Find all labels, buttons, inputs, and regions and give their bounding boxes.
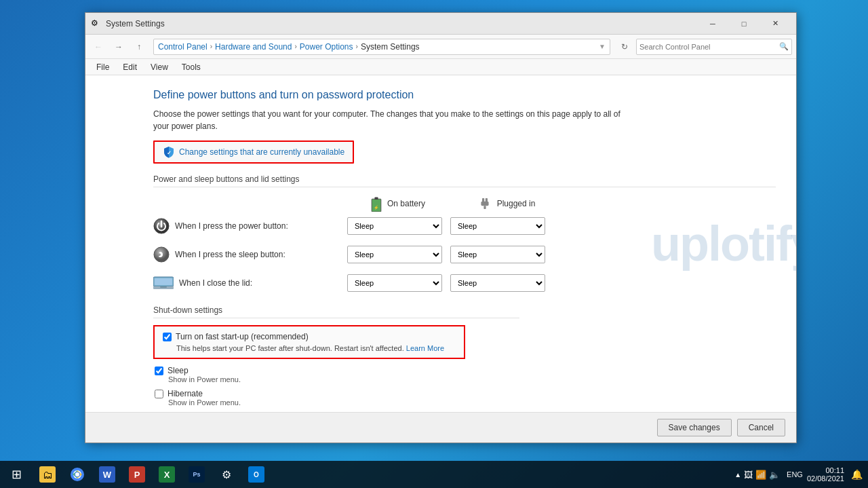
window-icon: ⚙	[91, 18, 102, 29]
speaker-icon[interactable]: 🔈	[769, 470, 780, 480]
sleep-sub: Show in Power menu.	[168, 375, 776, 383]
sleep-checkbox-row: Sleep	[155, 366, 776, 375]
menu-edit[interactable]: Edit	[117, 61, 142, 73]
photoshop-icon: Ps	[189, 466, 205, 483]
system-settings-window: ⚙ System Settings ─ □ ✕ ← → ↑ Control Pa…	[85, 12, 797, 443]
window-title: System Settings	[106, 19, 697, 29]
powerpoint-icon: P	[129, 466, 145, 483]
sleep-button-icon	[153, 246, 170, 263]
breadcrumb-sep-1: ›	[210, 43, 212, 50]
taskbar-apps: 🗂 W P	[33, 461, 732, 488]
sleep-option-group: Sleep Show in Power menu.	[155, 366, 776, 383]
close-button[interactable]: ✕	[760, 13, 791, 35]
language-indicator[interactable]: ENG	[787, 470, 803, 478]
save-button[interactable]: Save changes	[657, 419, 732, 436]
taskbar-app-settings[interactable]: ⚙	[212, 461, 241, 488]
hibernate-sub: Show in Power menu.	[168, 398, 776, 407]
start-button[interactable]: ⊞	[0, 461, 33, 488]
lid-label-cell: When I close the lid:	[153, 276, 343, 290]
svg-text:✓: ✓	[167, 150, 172, 156]
lid-plugged-dropdown[interactable]: SleepDo nothingHibernateShut downTurn of…	[450, 274, 545, 292]
fast-startup-desc: This helps start your PC faster after sh…	[176, 344, 456, 352]
menu-tools[interactable]: Tools	[176, 61, 206, 73]
sleep-option-label[interactable]: Sleep	[167, 366, 189, 375]
breadcrumb-hardware-sound[interactable]: Hardware and Sound	[215, 42, 292, 52]
window-controls: ─ □ ✕	[697, 13, 791, 35]
fast-startup-label[interactable]: Turn on fast start-up (recommended)	[176, 332, 309, 341]
up-button[interactable]: ↑	[130, 38, 148, 56]
taskbar-clock[interactable]: 00:11 02/08/2021	[807, 466, 844, 483]
maximize-button[interactable]: □	[728, 13, 760, 35]
back-button[interactable]: ←	[90, 38, 107, 56]
breadcrumb-power-options[interactable]: Power Options	[300, 42, 353, 52]
address-bar: ← → ↑ Control Panel › Hardware and Sound…	[85, 35, 796, 59]
taskbar-app-chrome[interactable]	[62, 461, 92, 488]
sleep-checkbox[interactable]	[155, 367, 163, 375]
lid-icon	[153, 276, 174, 290]
notification-bell-icon[interactable]: 🔔	[851, 469, 863, 480]
taskbar-app-other[interactable]: O	[241, 461, 271, 488]
power-button-plugged-dropdown[interactable]: SleepDo nothingHibernateShut downTurn of…	[450, 217, 545, 235]
battery-icon: ⚡	[370, 195, 383, 212]
hibernate-option-group: Hibernate Show in Power menu.	[155, 389, 776, 407]
svg-rect-12	[155, 278, 172, 285]
clock-time: 00:11	[825, 466, 844, 474]
breadcrumb-dropdown-arrow[interactable]: ▼	[599, 43, 606, 50]
change-settings-box[interactable]: ✓ Change settings that are currently una…	[153, 140, 354, 164]
taskbar-app-file-explorer[interactable]: 🗂	[33, 461, 62, 488]
svg-rect-2	[374, 198, 378, 200]
lid-battery-dropdown[interactable]: SleepDo nothingHibernateShut downTurn of…	[347, 274, 442, 292]
breadcrumb-current: System Settings	[361, 42, 420, 52]
svg-rect-7	[481, 202, 488, 206]
notification-area: ▲ 🖼 📶 🔈	[732, 470, 783, 480]
shield-uac-icon: ✓	[163, 146, 175, 158]
hibernate-checkbox[interactable]	[155, 390, 163, 398]
shutdown-section: Shut-down settings Turn on fast start-up…	[153, 305, 776, 412]
taskbar-app-word[interactable]: W	[92, 461, 122, 488]
breadcrumb: Control Panel › Hardware and Sound › Pow…	[153, 39, 610, 55]
minimize-button[interactable]: ─	[697, 13, 728, 35]
fast-startup-row: Turn on fast start-up (recommended)	[163, 332, 456, 341]
windows-logo-icon: ⊞	[12, 467, 22, 482]
search-box: 🔍	[636, 39, 792, 55]
sleep-button-plugged-dropdown[interactable]: SleepDo nothingHibernateShut downTurn of…	[450, 246, 545, 263]
page-description: Choose the power settings that you want …	[153, 108, 628, 132]
menu-bar: File Edit View Tools	[85, 59, 796, 75]
breadcrumb-control-panel[interactable]: Control Panel	[158, 42, 208, 52]
display-tray-icon[interactable]: 🖼	[744, 470, 753, 480]
search-input[interactable]	[639, 43, 779, 51]
taskbar-app-photoshop[interactable]: Ps	[182, 461, 212, 488]
menu-file[interactable]: File	[91, 61, 115, 73]
plugged-in-header: Plugged in	[452, 195, 560, 212]
chrome-icon	[69, 466, 85, 483]
plug-icon	[477, 197, 493, 210]
hibernate-checkbox-row: Hibernate	[155, 389, 776, 398]
page-title: Define power buttons and turn on passwor…	[153, 89, 776, 101]
taskbar-app-powerpoint[interactable]: P	[122, 461, 152, 488]
file-explorer-icon: 🗂	[39, 466, 56, 483]
network-icon[interactable]: 📶	[755, 470, 766, 480]
search-icon[interactable]: 🔍	[779, 42, 789, 51]
hibernate-option-label[interactable]: Hibernate	[167, 389, 203, 398]
change-settings-link[interactable]: Change settings that are currently unava…	[179, 147, 344, 157]
other-app-icon: O	[248, 466, 264, 483]
fast-startup-checkbox[interactable]	[163, 333, 172, 341]
svg-rect-8	[484, 206, 486, 209]
chevron-up-icon[interactable]: ▲	[734, 471, 741, 478]
grid-headers: ⚡ On battery Plugged in	[153, 195, 587, 212]
settings-icon: ⚙	[218, 466, 235, 483]
refresh-button[interactable]: ↻	[616, 38, 633, 56]
power-button-icon	[153, 218, 170, 234]
menu-view[interactable]: View	[145, 61, 174, 73]
cancel-button[interactable]: Cancel	[737, 419, 785, 436]
power-button-battery-dropdown[interactable]: SleepDo nothingHibernateShut downTurn of…	[347, 217, 442, 235]
forward-button[interactable]: →	[110, 38, 127, 56]
learn-more-link[interactable]: Learn More	[406, 344, 444, 352]
fast-startup-box: Turn on fast start-up (recommended) This…	[153, 325, 465, 359]
excel-icon: X	[159, 466, 175, 483]
taskbar-right: ▲ 🖼 📶 🔈 ENG 00:11 02/08/2021 🔔	[732, 466, 868, 483]
svg-text:⚡: ⚡	[374, 205, 379, 210]
sleep-button-battery-dropdown[interactable]: SleepDo nothingHibernateShut downTurn of…	[347, 246, 442, 263]
taskbar-app-excel[interactable]: X	[152, 461, 182, 488]
taskbar: ⊞ 🗂 W	[0, 461, 868, 488]
